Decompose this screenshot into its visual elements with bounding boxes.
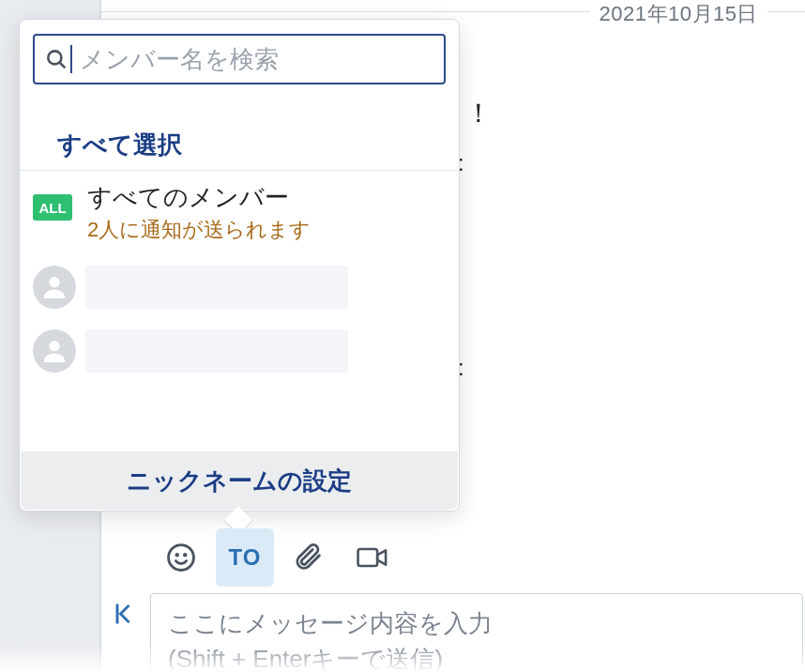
member-row[interactable]	[33, 326, 446, 376]
svg-point-5	[176, 554, 178, 556]
to-button[interactable]: TO	[216, 528, 274, 587]
member-name-placeholder	[85, 266, 348, 309]
svg-point-4	[169, 545, 194, 571]
select-all-link[interactable]: すべて選択	[57, 129, 182, 161]
member-search-box[interactable]	[33, 34, 446, 84]
date-separator-label: 2021年10月15日	[590, 0, 767, 28]
all-members-title: すべてのメンバー	[87, 181, 311, 214]
video-icon	[356, 543, 389, 572]
message-input[interactable]: ここにメッセージ内容を入力 (Shift + Enterキーで送信)	[150, 593, 803, 672]
popover-divider	[20, 170, 459, 171]
text-caret	[70, 45, 72, 73]
svg-line-1	[59, 62, 64, 67]
all-members-subtitle: 2人に通知が送られます	[87, 216, 311, 244]
attachment-button[interactable]	[280, 528, 338, 587]
svg-rect-7	[358, 549, 378, 566]
member-row[interactable]	[33, 262, 446, 313]
to-popover: すべて選択 ALL すべてのメンバー 2人に通知が送られます ニックネームの設定	[19, 19, 460, 512]
all-badge-icon: ALL	[33, 194, 72, 221]
all-members-row[interactable]: ALL すべてのメンバー 2人に通知が送られます	[33, 181, 446, 243]
svg-point-3	[49, 341, 59, 351]
smiley-icon	[165, 542, 197, 573]
collapse-button[interactable]	[111, 601, 137, 631]
nickname-settings-button[interactable]: ニックネームの設定	[21, 451, 458, 510]
svg-point-2	[49, 277, 59, 287]
avatar-icon	[33, 266, 76, 309]
message-input-placeholder-line1: ここにメッセージ内容を入力	[168, 605, 785, 641]
avatar-icon	[33, 329, 76, 373]
chevron-first-icon	[111, 601, 137, 627]
member-search-input[interactable]	[74, 45, 434, 74]
search-icon	[44, 47, 68, 71]
nickname-settings-label: ニックネームの設定	[127, 465, 352, 497]
to-button-label: TO	[229, 544, 262, 571]
svg-point-6	[184, 554, 186, 556]
background-message-fragment: ！	[465, 96, 492, 131]
paperclip-icon	[293, 542, 325, 573]
emoji-button[interactable]	[152, 528, 210, 587]
message-input-placeholder-line2: (Shift + Enterキーで送信)	[168, 641, 785, 672]
member-name-placeholder	[85, 329, 348, 373]
composer-toolbar: TO	[152, 527, 402, 588]
video-button[interactable]	[343, 528, 402, 587]
